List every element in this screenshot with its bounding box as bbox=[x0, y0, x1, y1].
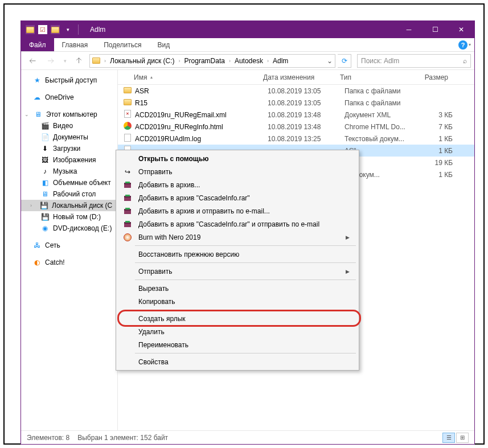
sidebar-desktop[interactable]: 🖥Рабочий стол bbox=[21, 188, 117, 200]
view-details-button[interactable]: ☰ bbox=[442, 433, 455, 443]
ribbon-tabs: Файл Главная Поделиться Вид ?▾ bbox=[21, 38, 474, 52]
sidebar-localdisk-c[interactable]: ›💾Локальный диск (C bbox=[21, 200, 117, 211]
maximize-button[interactable]: ☐ bbox=[422, 21, 448, 38]
path-seg-0[interactable]: Локальный диск (C:) bbox=[108, 55, 177, 67]
path-dropdown[interactable]: ⌄ bbox=[325, 57, 335, 65]
ctx-delete[interactable]: Удалить bbox=[118, 325, 357, 338]
ctx-properties[interactable]: Свойства bbox=[118, 355, 357, 368]
help-icon: ? bbox=[458, 40, 468, 50]
sidebar-music[interactable]: ♪Музыка bbox=[21, 166, 117, 177]
file-size: 1 КБ bbox=[419, 147, 458, 155]
svg-rect-5 bbox=[125, 195, 130, 196]
sidebar-thispc[interactable]: ⌄🖥Этот компьютер bbox=[21, 109, 117, 120]
chevron-right-icon[interactable]: › bbox=[227, 58, 232, 64]
sort-asc-icon: ▴ bbox=[150, 75, 153, 80]
col-size[interactable]: Размер bbox=[414, 73, 454, 81]
minimize-button[interactable]: ─ bbox=[396, 21, 422, 38]
tab-file[interactable]: Файл bbox=[21, 38, 54, 51]
status-selection: Выбран 1 элемент: 152 байт bbox=[77, 434, 168, 442]
search-placeholder: Поиск: Adlm bbox=[361, 57, 399, 65]
file-type: Текстовый докум... bbox=[345, 135, 419, 143]
tab-share[interactable]: Поделиться bbox=[96, 38, 149, 51]
col-type[interactable]: Тип bbox=[340, 73, 414, 81]
file-name: ACD2019RUAdlm.log bbox=[133, 135, 268, 143]
status-count: Элементов: 8 bbox=[27, 434, 69, 442]
file-name: ACD2019ru_RURegInfo.html bbox=[133, 123, 268, 131]
breadcrumb[interactable]: › Локальный диск (C:) › ProgramData › Au… bbox=[89, 54, 335, 68]
file-type: Chrome HTML Do... bbox=[345, 123, 419, 131]
ctx-nero[interactable]: Burn with Nero 2019▶ bbox=[118, 231, 357, 244]
separator bbox=[135, 262, 356, 263]
ribbon-help[interactable]: ?▾ bbox=[458, 38, 474, 51]
ctx-add-cascade-email[interactable]: Добавить в архив "CascadeInfo.rar" и отп… bbox=[118, 217, 357, 231]
refresh-button[interactable]: ⟳ bbox=[338, 54, 351, 68]
sidebar-newvol-d[interactable]: 💾Новый том (D:) bbox=[21, 211, 117, 223]
sidebar-docs[interactable]: 📄Документы bbox=[21, 131, 117, 143]
ctx-share[interactable]: ↪Отправить bbox=[118, 165, 357, 178]
sidebar-network[interactable]: 🖧Сеть bbox=[21, 240, 117, 251]
nav-pane: ★Быстрый доступ ☁OneDrive ⌄🖥Этот компьют… bbox=[21, 70, 118, 430]
file-row[interactable]: ACD2019ru_RURegInfo.html10.08.2019 13:48… bbox=[118, 121, 474, 133]
file-date: 10.08.2019 13:05 bbox=[268, 99, 345, 107]
winrar-icon bbox=[121, 194, 134, 202]
back-button[interactable]: 🡠 bbox=[24, 54, 40, 68]
close-button[interactable]: ✕ bbox=[448, 21, 474, 38]
svg-rect-11 bbox=[125, 221, 130, 223]
sidebar-downloads[interactable]: ⬇Загрузки bbox=[21, 143, 117, 154]
sidebar-3dobjects[interactable]: ◧Объемные объект bbox=[21, 177, 117, 188]
file-size: 1 КБ bbox=[419, 171, 458, 179]
col-name[interactable]: Имя▴ bbox=[118, 73, 263, 81]
winrar-icon bbox=[121, 207, 134, 215]
up-button[interactable]: 🡡 bbox=[71, 54, 87, 68]
file-icon bbox=[122, 87, 133, 95]
ctx-add-archive[interactable]: Добавить в архив... bbox=[118, 178, 357, 191]
svg-rect-2 bbox=[125, 182, 130, 183]
qat-properties-icon[interactable]: ☑ bbox=[38, 25, 47, 34]
sidebar-quick-access[interactable]: ★Быстрый доступ bbox=[21, 75, 117, 86]
file-date: 10.08.2019 13:48 bbox=[268, 123, 345, 131]
file-row[interactable]: R1510.08.2019 13:05Папка с файлами bbox=[118, 97, 474, 109]
path-seg-1[interactable]: ProgramData bbox=[182, 55, 227, 67]
sidebar-dvd[interactable]: ◉DVD-дисковод (E:) bbox=[21, 223, 117, 234]
drive-icon bbox=[92, 57, 100, 64]
sidebar-pictures[interactable]: 🖼Изображения bbox=[21, 154, 117, 166]
file-row[interactable]: ACD2019ru_RURegEmail.xml10.08.2019 13:48… bbox=[118, 109, 474, 121]
view-icons-button[interactable]: ⊞ bbox=[456, 433, 469, 443]
path-seg-3[interactable]: Adlm bbox=[270, 55, 290, 67]
qat-dropdown-icon[interactable]: ▾ bbox=[63, 25, 72, 34]
sidebar-video[interactable]: 🎬Видео bbox=[21, 120, 117, 131]
chevron-right-icon[interactable]: › bbox=[177, 58, 182, 64]
col-date[interactable]: Дата изменения bbox=[263, 73, 340, 81]
chevron-right-icon[interactable]: › bbox=[102, 58, 108, 64]
file-size: 1 КБ bbox=[419, 135, 458, 143]
tab-home[interactable]: Главная bbox=[54, 38, 96, 51]
forward-button[interactable]: 🡢 bbox=[43, 54, 59, 68]
separator bbox=[135, 310, 356, 310]
svg-rect-8 bbox=[125, 208, 130, 209]
ctx-cut[interactable]: Вырезать bbox=[118, 282, 357, 295]
ctx-rename[interactable]: Переименовать bbox=[118, 338, 357, 351]
file-icon bbox=[122, 110, 133, 120]
ctx-add-cascade[interactable]: Добавить в архив "CascadeInfo.rar" bbox=[118, 191, 357, 204]
statusbar: Элементов: 8 Выбран 1 элемент: 152 байт … bbox=[21, 430, 474, 444]
file-name: ACD2019ru_RURegEmail.xml bbox=[133, 111, 268, 119]
chevron-right-icon[interactable]: › bbox=[265, 58, 270, 64]
ctx-shortcut[interactable]: Создать ярлык bbox=[118, 312, 357, 325]
sidebar-catch[interactable]: ◐Catch! bbox=[21, 257, 117, 268]
ctx-restore[interactable]: Восстановить прежнюю версию bbox=[118, 248, 357, 261]
file-name: ASR bbox=[133, 87, 268, 95]
file-row[interactable]: ACD2019RUAdlm.log10.08.2019 13:25Текстов… bbox=[118, 133, 474, 145]
separator bbox=[135, 353, 356, 354]
search-input[interactable]: Поиск: Adlm ⌕ bbox=[357, 54, 471, 68]
tab-view[interactable]: Вид bbox=[149, 38, 178, 51]
recent-dropdown[interactable]: ▾ bbox=[61, 54, 69, 68]
file-row[interactable]: ASR10.08.2019 13:05Папка с файлами bbox=[118, 85, 474, 97]
ctx-sendto[interactable]: Отправить▶ bbox=[118, 265, 357, 278]
path-seg-2[interactable]: Autodesk bbox=[232, 55, 265, 67]
ctx-copy[interactable]: Копировать bbox=[118, 295, 357, 308]
titlebar: ☑ ▾ Adlm ─ ☐ ✕ bbox=[21, 21, 474, 38]
qat-newfolder-icon[interactable] bbox=[51, 25, 60, 34]
ctx-add-email[interactable]: Добавить в архив и отправить по e-mail..… bbox=[118, 204, 357, 217]
sidebar-onedrive[interactable]: ☁OneDrive bbox=[21, 92, 117, 103]
ctx-open-with[interactable]: Открыть с помощью bbox=[118, 152, 357, 165]
